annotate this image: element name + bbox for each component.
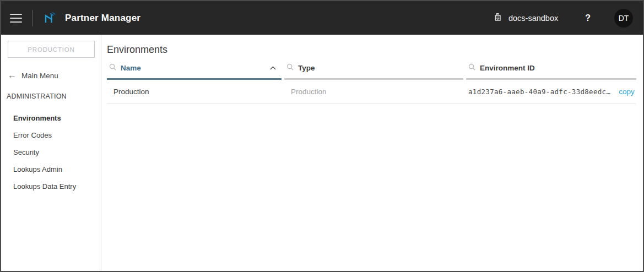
partner-manager-logo-icon <box>42 10 57 25</box>
search-icon <box>286 63 294 73</box>
sidebar-item-error-codes[interactable]: Error Codes <box>1 127 101 144</box>
main-content: Environments Name <box>101 35 643 271</box>
app-window: Partner Manager docs-sandbox <box>0 0 644 272</box>
header-right-controls: docs-sandbox ? DT <box>493 9 633 28</box>
environment-badge-button[interactable]: PRODUCTION <box>8 41 95 58</box>
search-icon <box>109 63 117 73</box>
sidebar-item-lookups-data-entry[interactable]: Lookups Data Entry <box>1 178 101 195</box>
column-header-type[interactable]: Type <box>284 63 463 80</box>
cell-name: Production <box>107 88 282 96</box>
app-title: Partner Manager <box>65 13 140 24</box>
sidebar-nav-list: Environments Error Codes Security Lookup… <box>1 110 101 195</box>
sidebar-item-lookups-admin[interactable]: Lookups Admin <box>1 161 101 178</box>
column-header-name[interactable]: Name <box>107 63 282 80</box>
header-divider <box>33 10 33 26</box>
sidebar-item-security[interactable]: Security <box>1 144 101 161</box>
hamburger-menu-icon[interactable] <box>10 14 22 23</box>
organization-icon <box>493 12 503 24</box>
left-arrow-icon: ← <box>8 71 17 80</box>
organization-name: docs-sandbox <box>508 14 558 23</box>
user-avatar[interactable]: DT <box>614 9 633 28</box>
cell-environment-id: a1d237a6-aaeb-40a9-adfc-33d8eedc… copy <box>466 88 636 96</box>
table-header-row: Name <box>107 63 636 80</box>
column-label-name: Name <box>121 64 141 72</box>
environment-id-value: a1d237a6-aaeb-40a9-adfc-33d8eedc… <box>468 88 610 96</box>
environments-table: Name <box>107 63 636 104</box>
copy-button[interactable]: copy <box>619 88 635 96</box>
sidebar-section-title: ADMINISTRATION <box>7 93 101 100</box>
content-row: PRODUCTION ← Main Menu ADMINISTRATION En… <box>1 35 643 271</box>
organization-selector[interactable]: docs-sandbox <box>493 12 558 24</box>
help-button[interactable]: ? <box>585 13 591 23</box>
top-header-bar: Partner Manager docs-sandbox <box>1 1 643 35</box>
main-menu-label: Main Menu <box>21 72 58 80</box>
page-title: Environments <box>107 44 636 56</box>
sort-ascending-icon[interactable] <box>269 66 277 70</box>
search-icon <box>468 63 476 73</box>
main-menu-back-link[interactable]: ← Main Menu <box>8 71 101 80</box>
sidebar-item-environments[interactable]: Environments <box>1 110 101 127</box>
column-header-environment-id[interactable]: Environment ID <box>466 63 636 80</box>
column-label-environment-id: Environment ID <box>480 64 535 72</box>
table-row[interactable]: Production Production a1d237a6-aaeb-40a9… <box>107 80 636 104</box>
cell-type: Production <box>284 88 463 96</box>
sidebar: PRODUCTION ← Main Menu ADMINISTRATION En… <box>1 35 101 271</box>
column-label-type: Type <box>298 64 315 72</box>
